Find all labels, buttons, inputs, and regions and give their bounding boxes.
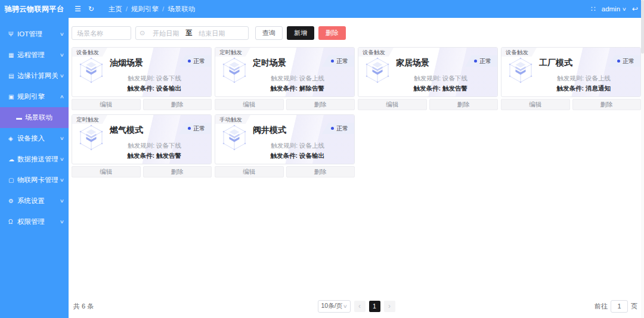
push-icon: ☁ — [8, 156, 17, 163]
trigger-condition-label: 触发条件: — [414, 85, 441, 92]
chevron-icon: ∨ — [60, 219, 64, 225]
sidebar-item-data-push[interactable]: ☁ 数据推送管理 ∨ — [0, 149, 69, 170]
page-size-select[interactable]: 10条/页 ∨ — [318, 300, 351, 313]
scene-name-input[interactable] — [72, 26, 131, 40]
trigger-rule-label: 触发规则: — [414, 74, 441, 82]
breadcrumb-separator: / — [126, 5, 128, 13]
edit-button[interactable]: 编辑 — [215, 166, 284, 177]
query-button[interactable]: 查询 — [255, 26, 283, 40]
trigger-rule-value: 设备下线 — [156, 74, 181, 82]
scene-card-actions: 编辑 删除 — [215, 99, 355, 110]
trigger-rule-label: 触发规则: — [271, 74, 298, 82]
start-date-input[interactable] — [147, 30, 184, 37]
gateway-icon: ▤ — [8, 73, 17, 79]
scene-card-actions: 编辑 删除 — [501, 99, 641, 110]
logout-icon[interactable]: ↩ — [632, 5, 638, 13]
sidebar-item-edge-gateway[interactable]: ▤ 边缘计算网关 ∨ — [0, 66, 69, 86]
breadcrumb-item[interactable]: 场景联动 — [168, 5, 195, 14]
edit-button[interactable]: 编辑 — [501, 99, 570, 110]
scene-card-body[interactable]: 设备触发 正常 — [72, 47, 212, 97]
scene-card-body[interactable]: 手动触发 正常 — [215, 114, 355, 164]
sidebar-item-label: 数据推送管理 — [17, 155, 58, 164]
prev-page-button[interactable]: ‹ — [354, 301, 366, 312]
trigger-rule-value: 设备上线 — [299, 74, 324, 82]
content: ⊙ 至 查询 新增 删除 设备触发 — [69, 18, 644, 318]
trigger-condition-label: 触发条件: — [557, 85, 584, 92]
sidebar-item-label: 远程管理 — [17, 51, 58, 60]
remote-icon: ▦ — [8, 52, 17, 58]
iot-icon: Ψ — [8, 31, 17, 38]
hamburger-icon[interactable]: ☰ — [75, 5, 81, 13]
scene-card-body[interactable]: 设备触发 正常 — [501, 47, 641, 97]
status-dot-icon — [474, 60, 477, 63]
sidebar-item-iot-management[interactable]: Ψ IOT管理 ∨ — [0, 24, 69, 45]
breadcrumb-item[interactable]: 规则引擎 — [131, 5, 159, 14]
trigger-condition-label: 触发条件: — [128, 152, 155, 159]
sidebar: 驰骋云物联网平台 Ψ IOT管理 ∨ ▦ 远程管理 ∨ ▤ 边缘计算网关 ∨ — [0, 0, 69, 318]
trigger-condition-value: 设备输出 — [299, 152, 324, 159]
sidebar-item-permission[interactable]: Ω 权限管理 ∨ — [0, 211, 69, 232]
sidebar-item-system-settings[interactable]: ⚙ 系统设置 ∨ — [0, 191, 69, 211]
edit-button[interactable]: 编辑 — [72, 99, 141, 110]
delete-button[interactable]: 删除 — [143, 166, 212, 177]
goto-page-input[interactable] — [611, 300, 628, 313]
status-text: 正常 — [193, 57, 205, 66]
scene-cube-icon — [78, 57, 105, 84]
sidebar-item-rule-engine[interactable]: ▣ 规则引擎 ∧ — [0, 86, 69, 107]
current-page-button[interactable]: 1 — [369, 301, 380, 312]
refresh-icon[interactable]: ↻ — [88, 5, 94, 13]
breadcrumb-item[interactable]: 主页 — [109, 5, 122, 14]
sidebar-item-label: 规则引擎 — [17, 92, 58, 101]
status-text: 正常 — [623, 57, 634, 66]
scene-card-body[interactable]: 设备触发 正常 — [358, 47, 498, 97]
status-text: 正常 — [336, 57, 348, 66]
page-size-value: 10条/页 — [321, 302, 343, 310]
end-date-input[interactable] — [193, 30, 230, 37]
delete-button[interactable]: 删除 — [286, 166, 355, 177]
next-page-button[interactable]: › — [384, 301, 395, 312]
sidebar-item-device-access[interactable]: ◈ 设备接入 ∨ — [0, 128, 69, 149]
status-text: 正常 — [193, 124, 205, 133]
sidebar-item-remote-management[interactable]: ▦ 远程管理 ∨ — [0, 45, 69, 66]
edit-button[interactable]: 编辑 — [215, 99, 284, 110]
sidebar-item-label: 设备接入 — [17, 134, 58, 143]
delete-button[interactable]: 删除 — [429, 99, 499, 110]
trigger-type-tag: 定时触发 — [215, 48, 250, 57]
scene-card-body[interactable]: 定时触发 正常 — [215, 47, 355, 97]
breadcrumb: 主页 / 规则引擎 / 场景联动 — [109, 5, 199, 14]
delete-button[interactable]: 删除 — [286, 99, 355, 110]
sidebar-item-label: 系统设置 — [17, 197, 58, 205]
delete-button[interactable]: 删除 — [318, 26, 346, 40]
edit-button[interactable]: 编辑 — [72, 166, 141, 177]
app-logo: 驰骋云物联网平台 — [0, 0, 69, 18]
app-root: 驰骋云物联网平台 Ψ IOT管理 ∨ ▦ 远程管理 ∨ ▤ 边缘计算网关 ∨ — [0, 0, 644, 318]
chevron-down-icon: ∨ — [342, 304, 347, 309]
scene-card-body[interactable]: 定时触发 正常 — [72, 114, 212, 164]
trigger-type-tag: 定时触发 — [72, 115, 107, 124]
delete-button[interactable]: 删除 — [143, 99, 212, 110]
add-button[interactable]: 新增 — [287, 26, 314, 40]
status-dot-icon — [331, 127, 334, 130]
fullscreen-icon[interactable]: ∷ — [591, 5, 596, 13]
scrollbar-thumb[interactable] — [641, 0, 644, 54]
filter-toolbar: ⊙ 至 查询 新增 删除 — [72, 26, 641, 40]
sidebar-item-scene-linkage[interactable]: ▬ 场景联动 — [0, 107, 69, 128]
scene-card: 定时触发 正常 — [215, 47, 355, 110]
goto-suffix: 页 — [631, 302, 637, 311]
status-dot-icon — [331, 60, 334, 63]
chevron-icon: ∨ — [60, 177, 64, 183]
sidebar-item-iot-card[interactable]: ▢ 物联网卡管理 ∨ — [0, 170, 69, 191]
status-dot-icon — [617, 60, 620, 63]
trigger-rule-value: 设备下线 — [156, 142, 181, 149]
topbar-right: ∷ admin ∨ ↩ — [591, 5, 638, 13]
delete-button[interactable]: 删除 — [572, 99, 642, 110]
date-range-picker[interactable]: ⊙ 至 — [135, 26, 249, 40]
user-menu[interactable]: admin ∨ — [602, 5, 626, 13]
edit-button[interactable]: 编辑 — [358, 99, 427, 110]
scene-cube-icon — [221, 124, 248, 151]
scene-card-actions: 编辑 删除 — [72, 99, 212, 110]
breadcrumb-separator: / — [162, 5, 164, 13]
date-separator: 至 — [185, 29, 192, 38]
chevron-icon: ∨ — [60, 73, 64, 79]
scrollbar[interactable] — [641, 0, 644, 318]
